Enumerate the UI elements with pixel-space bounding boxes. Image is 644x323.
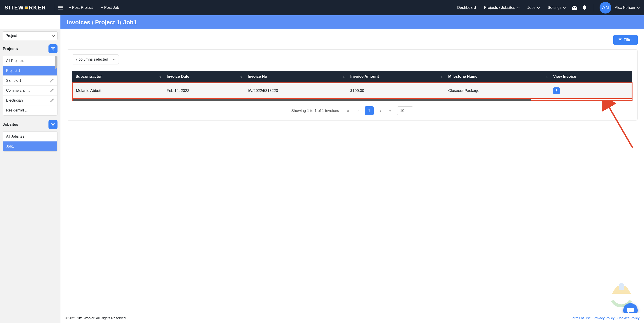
page-size-select[interactable]: 10 bbox=[397, 106, 413, 115]
nav-jobs-label: Jobs bbox=[528, 5, 536, 10]
sidebar-project-item[interactable]: Sample 1 bbox=[3, 76, 57, 86]
top-nav: SITEWRKER + Post Project + Post Job Dash… bbox=[0, 0, 644, 15]
filter-button[interactable]: Filter bbox=[613, 35, 638, 45]
column-header[interactable]: Milestone Name↑↓ bbox=[445, 71, 550, 83]
table-cell bbox=[550, 83, 632, 99]
divider bbox=[593, 4, 593, 11]
terms-link[interactable]: Terms of Use bbox=[571, 316, 590, 320]
table-cell: Closeout Package bbox=[445, 83, 550, 99]
chevron-down-icon bbox=[637, 6, 640, 9]
nav-dashboard[interactable]: Dashboard bbox=[457, 5, 476, 10]
svg-point-1 bbox=[584, 9, 585, 10]
chevron-down-icon bbox=[537, 6, 540, 9]
funnel-icon bbox=[618, 38, 622, 42]
page-header: Invoices / Project 1/ Job1 bbox=[60, 15, 644, 29]
post-project-link[interactable]: + Post Project bbox=[69, 5, 93, 10]
column-header[interactable]: Invoice Amount↑↓ bbox=[347, 71, 445, 83]
pagination: Showing 1 to 1 of 1 invoices « ‹ 1 › » 1… bbox=[72, 106, 632, 115]
svg-rect-0 bbox=[572, 6, 577, 10]
filter-button-label: Filter bbox=[624, 38, 633, 42]
column-header[interactable]: View Invoice bbox=[550, 71, 632, 83]
mail-icon[interactable] bbox=[572, 4, 578, 11]
download-invoice-button[interactable] bbox=[553, 87, 560, 94]
avatar: AN bbox=[600, 2, 611, 13]
sidebar-project-item[interactable]: Project 1 bbox=[3, 66, 57, 76]
sort-icon: ↑↓ bbox=[440, 75, 442, 78]
scrollbar-thumb[interactable] bbox=[55, 56, 56, 69]
jobsites-heading: Jobsites bbox=[3, 122, 18, 127]
pagination-summary: Showing 1 to 1 of 1 invoices bbox=[291, 109, 339, 113]
brand-logo[interactable]: SITEWRKER bbox=[4, 4, 46, 11]
invoices-table: Subcontractor↑↓Invoice Date↑↓Invoice No↑… bbox=[72, 71, 632, 99]
sidebar-item-label: Commercial … bbox=[6, 88, 30, 93]
privacy-link[interactable]: Privacy Policy bbox=[594, 316, 614, 320]
pencil-icon[interactable] bbox=[50, 98, 54, 102]
sidebar: Project Projects All ProjectsProject 1Sa… bbox=[0, 29, 60, 323]
copyright: © 2021 Site Worker. All Rights Reserved. bbox=[65, 316, 126, 320]
column-header[interactable]: Subcontractor↑↓ bbox=[72, 71, 164, 83]
sort-icon: ↑↓ bbox=[343, 75, 344, 78]
sidebar-item-label: All Projects bbox=[6, 59, 24, 63]
page-size-value: 10 bbox=[400, 109, 404, 113]
sort-icon: ↑↓ bbox=[159, 75, 160, 78]
sidebar-type-value: Project bbox=[6, 34, 17, 38]
chevron-down-icon bbox=[563, 6, 566, 9]
chevron-down-icon bbox=[408, 109, 410, 112]
page-prev-button[interactable]: ‹ bbox=[355, 108, 361, 114]
sidebar-jobsite-item[interactable]: All Jobsites bbox=[3, 132, 57, 141]
page-next-button[interactable]: › bbox=[377, 108, 384, 114]
download-icon bbox=[555, 89, 558, 92]
table-cell: IW/2022/5315220 bbox=[245, 83, 347, 99]
sidebar-item-label: Project 1 bbox=[6, 69, 20, 73]
divider bbox=[54, 4, 54, 11]
columns-select-label: 7 columns selected bbox=[75, 57, 108, 62]
nav-settings[interactable]: Settings bbox=[548, 5, 566, 10]
projects-list: All ProjectsProject 1Sample 1Commercial … bbox=[3, 56, 58, 116]
sidebar-project-item[interactable]: Residential … bbox=[3, 105, 57, 115]
post-job-link[interactable]: + Post Job bbox=[101, 5, 119, 10]
sidebar-project-item[interactable]: Commercial … bbox=[3, 86, 57, 95]
user-name-label: Alex Neilson bbox=[615, 6, 635, 10]
chevron-down-icon bbox=[52, 34, 54, 37]
table-cell: Melanie Abbott bbox=[72, 83, 164, 99]
jobsites-list: All JobsitesJob1 bbox=[3, 131, 58, 152]
sidebar-item-label: Electrician bbox=[6, 98, 23, 102]
jobsites-filter-button[interactable] bbox=[48, 120, 58, 129]
sidebar-item-label: Sample 1 bbox=[6, 79, 22, 83]
sidebar-type-select[interactable]: Project bbox=[3, 31, 58, 40]
projects-filter-button[interactable] bbox=[48, 44, 58, 53]
breadcrumb: Invoices / Project 1/ Job1 bbox=[67, 19, 638, 26]
menu-icon[interactable] bbox=[58, 6, 63, 9]
nav-settings-label: Settings bbox=[548, 5, 562, 10]
sort-icon: ↑↓ bbox=[546, 75, 547, 78]
column-header[interactable]: Invoice No↑↓ bbox=[245, 71, 347, 83]
sort-icon: ↑↓ bbox=[240, 75, 242, 78]
main-content: Filter 7 columns selected Subcontractor↑… bbox=[60, 29, 644, 323]
chevron-down-icon bbox=[113, 58, 116, 61]
table-cell: $199.00 bbox=[347, 83, 445, 99]
page-number-button[interactable]: 1 bbox=[364, 106, 374, 115]
projects-heading: Projects bbox=[3, 47, 18, 51]
footer: © 2021 Site Worker. All Rights Reserved.… bbox=[60, 313, 644, 323]
column-header[interactable]: Invoice Date↑↓ bbox=[164, 71, 244, 83]
pencil-icon[interactable] bbox=[50, 79, 54, 83]
sidebar-project-item[interactable]: All Projects bbox=[3, 56, 57, 66]
hardhat-icon bbox=[24, 6, 29, 9]
table-cell: Feb 14, 2022 bbox=[164, 83, 244, 99]
chevron-down-icon bbox=[516, 6, 519, 9]
sidebar-project-item[interactable]: Electrician bbox=[3, 95, 57, 105]
pencil-icon[interactable] bbox=[50, 88, 54, 93]
sidebar-jobsite-item[interactable]: Job1 bbox=[3, 141, 57, 151]
page-last-button[interactable]: » bbox=[387, 108, 394, 114]
nav-jobs[interactable]: Jobs bbox=[528, 5, 540, 10]
invoice-table-card: 7 columns selected Subcontractor↑↓Invoic… bbox=[67, 49, 638, 120]
page-first-button[interactable]: « bbox=[345, 108, 351, 114]
columns-select[interactable]: 7 columns selected bbox=[72, 54, 119, 64]
user-menu[interactable]: AN Alex Neilson bbox=[597, 2, 640, 13]
sidebar-item-label: Residential … bbox=[6, 108, 29, 112]
nav-projects-jobsites[interactable]: Projects / Jobsites bbox=[484, 5, 519, 10]
horizontal-scrollbar[interactable] bbox=[72, 99, 632, 101]
cookies-link[interactable]: Cookies Policy bbox=[618, 316, 640, 320]
scrollbar-thumb[interactable] bbox=[73, 99, 531, 101]
bell-icon[interactable] bbox=[581, 4, 588, 11]
